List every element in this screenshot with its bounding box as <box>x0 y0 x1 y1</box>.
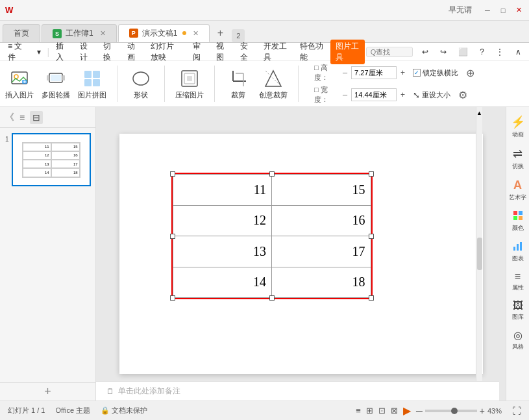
add-slide-btn[interactable]: + <box>0 382 95 401</box>
lock-checkbox[interactable]: ✓ <box>413 69 421 77</box>
play-btn[interactable]: ▶ <box>403 404 411 417</box>
notes-area[interactable]: 🗒 单击此处添加备注 <box>96 381 499 401</box>
search-input[interactable] <box>376 48 408 56</box>
handle-mr[interactable] <box>369 234 374 239</box>
right-tool-style[interactable]: ◎ 风格 <box>508 327 528 354</box>
mini-cell-7: 18 <box>51 168 80 177</box>
right-tool-transition[interactable]: ⇌ 切换 <box>508 144 528 173</box>
menu-animation[interactable]: 动画 <box>122 40 145 64</box>
menu-security[interactable]: 安全 <box>235 40 258 64</box>
height-minus[interactable]: ─ <box>343 69 347 77</box>
handle-tm[interactable] <box>269 171 275 177</box>
fullscreen-btn[interactable]: ⛶ <box>512 406 521 416</box>
height-input[interactable]: 7.27厘米 <box>351 66 397 79</box>
maximize-button[interactable]: □ <box>498 5 508 16</box>
separator-1 <box>117 66 117 102</box>
cell-r2c1[interactable]: 17 <box>272 236 371 267</box>
handle-ml[interactable] <box>170 234 175 239</box>
tab-presentation-close[interactable]: ✕ <box>193 29 199 38</box>
style-icon: ◎ <box>513 329 523 341</box>
menu-view[interactable]: 视图 <box>211 40 234 64</box>
scroll-thumb[interactable] <box>477 238 482 270</box>
menu-slideshow[interactable]: 幻灯片放映 <box>145 40 186 64</box>
height-plus[interactable]: + <box>400 68 405 77</box>
tool-creative-crop[interactable]: 创意裁剪 <box>259 68 288 100</box>
tab-presentation-label: 演示文稿1 <box>142 28 178 39</box>
width-input[interactable]: 14.44厘米 <box>351 88 397 101</box>
menu-insert[interactable]: 插入 <box>51 40 73 64</box>
right-tool-properties[interactable]: ≡ 属性 <box>508 268 528 295</box>
lock-ratio-check[interactable]: ✓ 锁定纵横比 <box>413 68 458 78</box>
menu-transition[interactable]: 切换 <box>98 40 121 64</box>
view-normal-btn[interactable]: ≡ <box>356 406 361 415</box>
panel-outline-btn[interactable]: ≡ <box>19 112 25 123</box>
tab-workbook-close[interactable]: ✕ <box>100 29 106 38</box>
right-tool-artword[interactable]: A 艺术字 <box>508 176 528 204</box>
vscroll[interactable]: ▲ ▼ <box>476 107 482 401</box>
settings-icon[interactable]: ⚙ <box>458 89 467 101</box>
view-grid-btn[interactable]: ⊞ <box>366 406 373 415</box>
menu-undo[interactable]: ↩ <box>417 46 434 58</box>
menu-picture-tools[interactable]: 图片工具 <box>330 40 365 64</box>
svg-rect-12 <box>93 79 100 86</box>
cell-r1c1[interactable]: 16 <box>272 205 371 236</box>
width-plus[interactable]: + <box>400 90 405 99</box>
cell-r1c0[interactable]: 12 <box>173 205 272 236</box>
cell-r0c0[interactable]: 11 <box>173 175 272 206</box>
table-container[interactable]: 11 15 12 16 13 17 14 18 <box>171 173 373 299</box>
color-label: 颜色 <box>512 224 524 232</box>
view-loop-btn[interactable]: ⊠ <box>391 406 398 415</box>
cell-r3c1[interactable]: 18 <box>272 267 371 298</box>
menu-collapse[interactable]: ∧ <box>510 46 526 58</box>
minimize-button[interactable]: ─ <box>482 5 493 16</box>
tool-compress[interactable]: 压缩图片 <box>175 68 204 100</box>
menu-design[interactable]: 设计 <box>75 40 97 64</box>
zoom-plus-icon[interactable]: ⊕ <box>466 67 474 79</box>
handle-bl[interactable] <box>170 295 175 301</box>
close-button[interactable]: ✕ <box>513 5 524 16</box>
menu-help[interactable]: ? <box>474 46 489 58</box>
cell-r2c0[interactable]: 13 <box>173 236 272 267</box>
menu-dev[interactable]: 开发工具 <box>258 40 293 64</box>
zoom-thumb[interactable] <box>451 408 458 414</box>
resize-check[interactable]: ⤡ 重设大小 <box>413 90 450 100</box>
slide-canvas[interactable]: 11 15 12 16 13 17 14 18 <box>119 134 483 374</box>
right-tool-animation[interactable]: ⚡ 动画 <box>508 112 528 142</box>
data-table[interactable]: 11 15 12 16 13 17 14 18 <box>173 174 371 298</box>
tab-presentation1[interactable]: P 演示文稿1 ✕ <box>118 24 210 42</box>
menu-review[interactable]: 审阅 <box>188 40 210 64</box>
svg-point-13 <box>133 72 149 85</box>
size-panel: □ 高度： ─ 7.27厘米 + ✓ 锁定纵横比 ⊕ □ 宽度： ─ 14.44… <box>314 63 474 105</box>
zoom-slider[interactable] <box>425 410 477 412</box>
tool-insert-image[interactable]: 插入图片 <box>5 68 34 100</box>
handle-br[interactable] <box>369 295 374 301</box>
cell-r0c1[interactable]: 15 <box>272 175 371 206</box>
menu-save[interactable]: ⬜ <box>453 46 473 58</box>
width-minus[interactable]: ─ <box>343 92 347 99</box>
right-tool-chart[interactable]: 图表 <box>508 238 528 266</box>
menu-more[interactable]: ⋮ <box>491 46 509 58</box>
menu-file[interactable]: ≡ 文件 <box>3 40 31 64</box>
tool-shapes[interactable]: 形状 <box>128 68 154 100</box>
view-multi-btn[interactable]: ⊡ <box>378 406 386 415</box>
tool-crop[interactable]: 裁剪 <box>225 68 251 100</box>
ribbon-search-box[interactable]: Q <box>366 47 413 57</box>
handle-tr[interactable] <box>369 171 374 177</box>
slide-thumbnail-1[interactable]: 11 15 12 16 13 17 14 18 <box>12 133 91 186</box>
menu-special[interactable]: 特色功能 <box>295 40 329 64</box>
right-tool-image-lib[interactable]: 🖼 图库 <box>508 297 528 324</box>
handle-bm[interactable] <box>269 295 275 301</box>
panel-collapse-btn[interactable]: 《 <box>5 112 14 123</box>
zoom-plus-btn[interactable]: + <box>480 406 485 416</box>
menu-dropdown[interactable]: ▾ <box>32 46 46 58</box>
tool-carousel[interactable]: 多图轮播 <box>42 68 70 100</box>
menu-redo[interactable]: ↪ <box>435 46 452 58</box>
panel-thumbnail-btn[interactable]: ⊟ <box>30 111 43 124</box>
scroll-up-btn[interactable]: ▲ <box>476 110 482 116</box>
zoom-minus-btn[interactable]: ─ <box>416 406 423 416</box>
tool-layout[interactable]: 图片拼图 <box>78 68 106 100</box>
slide-thumb-item[interactable]: 1 11 15 12 16 13 17 14 18 <box>5 133 90 186</box>
handle-tl[interactable] <box>170 171 175 177</box>
cell-r3c0[interactable]: 14 <box>173 267 272 298</box>
right-tool-color[interactable]: 颜色 <box>508 207 528 235</box>
